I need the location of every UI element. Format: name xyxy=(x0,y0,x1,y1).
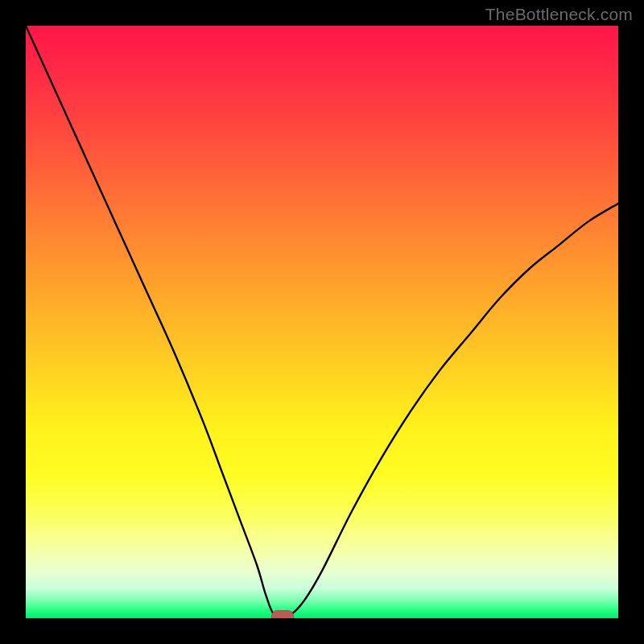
optimal-point-marker xyxy=(271,610,294,618)
watermark-text: TheBottleneck.com xyxy=(485,5,633,24)
bottleneck-curve xyxy=(26,26,618,618)
plot-area xyxy=(26,26,618,618)
chart-frame: TheBottleneck.com xyxy=(0,0,644,644)
